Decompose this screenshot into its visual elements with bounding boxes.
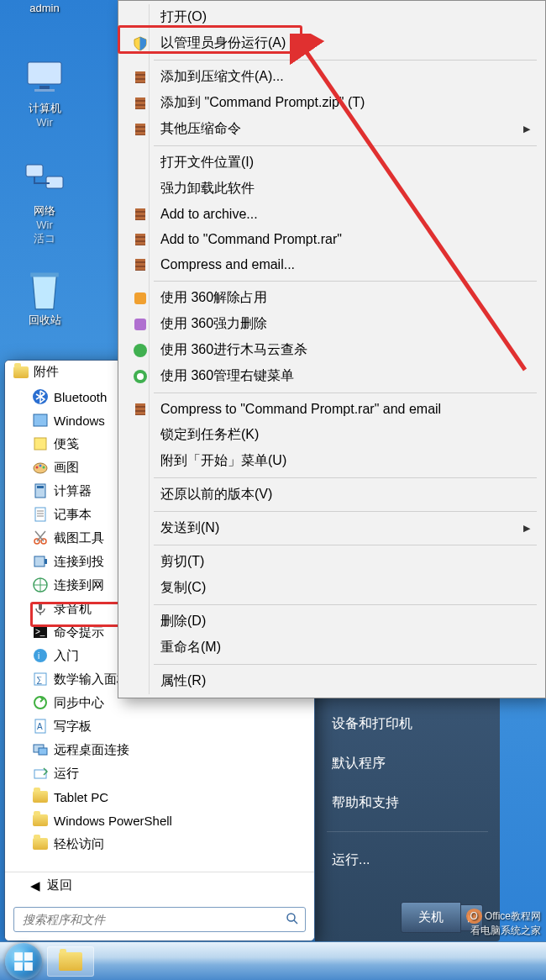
svg-text:i: i (38, 651, 39, 661)
context-menu-item[interactable]: 打开文件位置(I) (120, 150, 543, 176)
svg-point-67 (137, 373, 144, 380)
program-item-wordpad[interactable]: A写字板 (10, 714, 309, 738)
context-menu-item[interactable]: 复制(C) (120, 575, 543, 601)
context-menu-label: 剪切(T) (154, 553, 537, 571)
taskbar-explorer[interactable] (47, 946, 94, 977)
shutdown-button[interactable]: 关机 (401, 902, 461, 933)
program-item-rdp[interactable]: 远程桌面连接 (10, 738, 309, 761)
computer-icon (24, 57, 65, 97)
context-menu-item[interactable]: 剪切(T) (120, 549, 543, 575)
svg-line-38 (294, 920, 297, 924)
desktop-icon-label: admin (15, 2, 74, 14)
cmd-icon: >_ (32, 624, 49, 640)
notepad-icon (32, 506, 49, 523)
svg-rect-42 (135, 80, 145, 82)
right-link-default[interactable]: 默认程序 (315, 744, 500, 783)
context-menu-item[interactable]: 使用 360解除占用 (120, 285, 543, 311)
program-item-folder[interactable]: Windows PowerShell (10, 809, 309, 832)
360b-icon (127, 316, 154, 333)
context-menu-item[interactable]: 使用 360管理右键菜单 (120, 363, 543, 389)
context-menu-item[interactable]: 添加到压缩文件(A)... (120, 64, 543, 90)
svg-point-11 (43, 466, 45, 469)
wordpad-icon: A (32, 718, 49, 735)
context-menu-item[interactable]: 还原以前的版本(V) (120, 482, 543, 508)
svg-rect-40 (135, 71, 145, 74)
program-item-folder[interactable]: Tablet PC (10, 785, 309, 809)
desktop-icon-computer[interactable]: 计算机 Wir (15, 57, 74, 129)
svg-rect-20 (34, 556, 45, 566)
sticky-icon (32, 435, 49, 452)
context-menu-item[interactable]: 强力卸载此软件 (120, 176, 543, 202)
svg-rect-58 (135, 242, 145, 245)
context-menu-label: 其他压缩命令 (154, 120, 523, 138)
back-button[interactable]: ◀ 返回 (5, 872, 314, 898)
context-menu-item[interactable]: 使用 360强力删除 (120, 311, 543, 337)
desktop-icon-network[interactable]: 网络 Wir 活コ (15, 160, 74, 246)
context-menu-item[interactable]: 打开(O) (120, 4, 543, 30)
snip-icon (32, 530, 49, 546)
svg-rect-3 (26, 165, 43, 177)
context-menu-label: 添加到压缩文件(A)... (154, 68, 537, 86)
separator (154, 281, 537, 282)
context-menu-item[interactable]: 锁定到任务栏(K) (120, 422, 543, 448)
program-item-label: 记事本 (54, 507, 92, 523)
context-menu-label: Compress and email... (154, 257, 537, 272)
svg-rect-35 (39, 748, 47, 755)
program-item-run[interactable]: 运行 (10, 761, 309, 785)
program-item-label: 入门 (54, 648, 79, 664)
search-input[interactable] (13, 907, 306, 932)
separator (154, 145, 537, 146)
program-item-label: 计算器 (54, 483, 92, 499)
program-item-label: 连接到网 (54, 577, 104, 593)
context-menu-item[interactable]: 附到「开始」菜单(U) (120, 448, 543, 474)
separator (154, 664, 537, 665)
context-menu-item[interactable]: 使用 360进行木马云查杀 (120, 337, 543, 363)
program-item-label: 画图 (54, 460, 79, 476)
shield-icon (127, 35, 154, 52)
right-link-devices[interactable]: 设备和打印机 (315, 704, 500, 744)
svg-rect-71 (135, 412, 145, 414)
context-menu-item[interactable]: 重命名(M) (120, 635, 543, 661)
folder-icon (32, 835, 49, 852)
desktop-icon-admin[interactable]: admin (15, 2, 74, 14)
rar-icon (127, 256, 154, 273)
start-button[interactable] (5, 943, 42, 980)
separator (154, 393, 537, 393)
context-menu-item[interactable]: 发送到(N)▶ (120, 515, 543, 541)
svg-point-27 (34, 649, 47, 662)
rar-icon (127, 95, 154, 112)
right-link-help[interactable]: 帮助和支持 (315, 783, 500, 823)
svg-rect-57 (135, 238, 145, 240)
svg-rect-21 (45, 559, 47, 564)
svg-rect-75 (14, 962, 23, 971)
desktop-icon-recycle[interactable]: 回收站 (15, 269, 74, 328)
context-menu-label: 属性(R) (154, 672, 537, 690)
context-menu-label: 使用 360解除占用 (154, 289, 537, 307)
network-icon (32, 577, 49, 593)
context-menu-item[interactable]: 以管理员身份运行(A) (120, 30, 543, 56)
context-menu-label: 使用 360强力删除 (154, 315, 537, 333)
context-menu-item[interactable]: Compress to "Command Prompt.rar" and ema… (120, 397, 543, 422)
svg-rect-1 (39, 86, 50, 89)
context-menu-item[interactable]: Add to "Command Prompt.rar" (120, 227, 543, 252)
submenu-arrow-icon: ▶ (523, 124, 537, 134)
svg-rect-0 (28, 62, 61, 84)
program-item-label: 截图工具 (54, 530, 104, 546)
back-arrow-icon: ◀ (30, 878, 40, 893)
svg-rect-48 (135, 124, 145, 126)
context-menu-item[interactable]: Add to archive... (120, 202, 543, 227)
program-item-folder[interactable]: 轻松访问 (10, 832, 309, 856)
context-menu-item[interactable]: 删除(D) (120, 609, 543, 635)
svg-rect-13 (37, 486, 44, 488)
context-menu-item[interactable]: 添加到 "Command Prompt.zip" (T) (120, 90, 543, 116)
svg-rect-6 (34, 414, 47, 426)
context-menu-item[interactable]: 属性(R) (120, 668, 543, 694)
separator (154, 60, 537, 61)
svg-text:>_: >_ (35, 627, 45, 636)
intro-icon: i (32, 647, 49, 664)
svg-rect-70 (135, 408, 145, 410)
svg-rect-63 (134, 292, 146, 304)
right-link-run[interactable]: 运行... (315, 840, 500, 880)
context-menu-item[interactable]: Compress and email... (120, 252, 543, 277)
context-menu-item[interactable]: 其他压缩命令▶ (120, 116, 543, 142)
